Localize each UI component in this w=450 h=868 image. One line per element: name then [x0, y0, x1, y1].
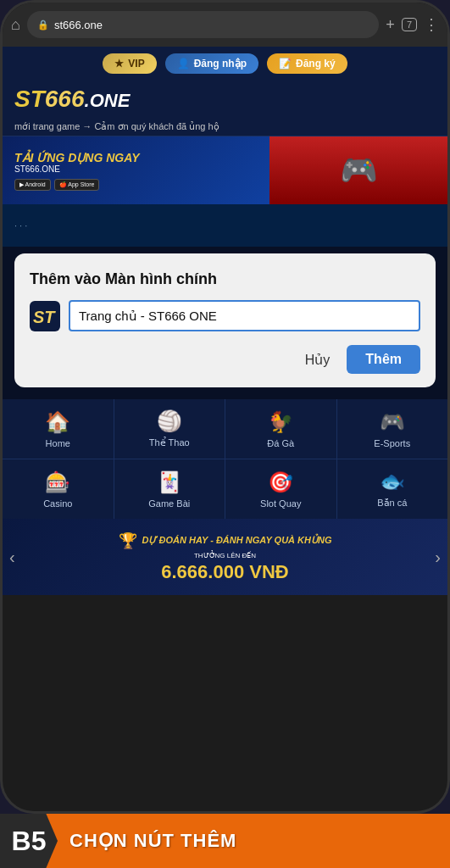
- menu-item-home[interactable]: 🏠 Home: [3, 399, 114, 459]
- step-number-box: B5: [0, 814, 58, 868]
- menu-item-casino[interactable]: 🎰 Casino: [3, 459, 114, 519]
- right-arrow-icon[interactable]: ›: [435, 548, 441, 567]
- esports-icon: 🎮: [380, 410, 405, 434]
- dimmed-text: · · ·: [14, 220, 27, 231]
- slot-quay-label: Slot Quay: [260, 498, 301, 509]
- promotion-banner: ‹ 🏆 DỰ ĐOÁN HAY - ĐÁNH NGAY QUÀ KHỦNG TH…: [3, 519, 447, 595]
- lock-icon: 🔒: [37, 19, 49, 31]
- login-label: Đăng nhập: [194, 58, 247, 70]
- step-bar: B5 CHỌN NÚT THÊM: [0, 814, 450, 868]
- menu-item-game-bai[interactable]: 🃏 Game Bài: [114, 459, 225, 519]
- step-number: B5: [12, 826, 47, 857]
- apple-icon: 🍎: [59, 181, 67, 187]
- menu-icon[interactable]: ⋮: [424, 15, 439, 34]
- banner-subtitle: ST666.ONE: [14, 164, 258, 174]
- home-menu-label: Home: [46, 438, 70, 448]
- banner-title: TẢI ỨNG DỤNG NGAY: [14, 151, 258, 164]
- ticker-text: mới trang game → Cảm ơn quý khách đã ủng…: [14, 121, 219, 131]
- menu-grid: 🏠 Home 🏐 Thể Thao 🐓 Đá Gà 🎮 E-Sports 🎰 C…: [3, 399, 447, 519]
- appstore-badge[interactable]: 🍎 App Store: [54, 179, 100, 191]
- dialog-overlay: Thêm vào Màn hình chính ST Hủy Thêm: [3, 247, 447, 399]
- plus-icon[interactable]: +: [386, 16, 395, 34]
- add-to-homescreen-dialog: Thêm vào Màn hình chính ST Hủy Thêm: [14, 253, 436, 387]
- vip-button[interactable]: ★ VIP: [103, 53, 156, 74]
- banner-content: 🏆 DỰ ĐOÁN HAY - ĐÁNH NGAY QUÀ KHỦNG THƯỞ…: [119, 531, 332, 583]
- the-thao-label: Thể Thao: [149, 437, 190, 448]
- add-button[interactable]: Thêm: [347, 345, 420, 374]
- browser-bar: ⌂ 🔒 st666.one + 7 ⋮: [3, 3, 447, 47]
- promo-subtitle: THƯỞNG LÊN ĐẾN: [119, 552, 332, 559]
- esports-label: E-Sports: [374, 438, 410, 448]
- game-graphic: 🎮: [340, 153, 378, 188]
- step-label: CHỌN NÚT THÊM: [58, 830, 236, 852]
- trophy-icon: 🏆: [119, 531, 137, 550]
- menu-item-da-ga[interactable]: 🐓 Đá Gà: [225, 399, 336, 459]
- top-nav: ★ VIP 👤 Đăng nhập 📝 Đăng ký: [3, 47, 447, 81]
- vip-label: VIP: [128, 58, 144, 70]
- register-button[interactable]: 📝 Đăng ký: [267, 53, 347, 74]
- da-ga-icon: 🐓: [268, 410, 293, 434]
- login-icon: 👤: [177, 58, 190, 70]
- promo-title: DỰ ĐOÁN HAY - ĐÁNH NGAY QUÀ KHỦNG: [142, 535, 332, 546]
- android-badge[interactable]: ▶ Android: [14, 179, 51, 191]
- app-download-banner: TẢI ỨNG DỤNG NGAY ST666.ONE ▶ Android 🍎 …: [3, 136, 447, 204]
- ban-ca-icon: 🐟: [380, 470, 405, 493]
- ban-ca-label: Bắn cá: [377, 498, 407, 509]
- vip-icon: ★: [114, 58, 124, 70]
- game-bai-label: Game Bài: [148, 498, 190, 509]
- login-button[interactable]: 👤 Đăng nhập: [165, 53, 258, 74]
- dialog-logo: ST: [30, 301, 60, 331]
- android-icon: ▶: [19, 181, 24, 187]
- menu-item-the-thao[interactable]: 🏐 Thể Thao: [114, 399, 225, 459]
- left-arrow-icon[interactable]: ‹: [9, 548, 15, 567]
- the-thao-icon: 🏐: [157, 409, 182, 433]
- da-ga-label: Đá Gà: [267, 438, 294, 448]
- tab-count[interactable]: 7: [402, 18, 417, 31]
- logo-area: ST666.ONE: [3, 81, 447, 118]
- home-icon[interactable]: ⌂: [11, 16, 20, 34]
- dialog-buttons: Hủy Thêm: [30, 345, 420, 374]
- website-content: ★ VIP 👤 Đăng nhập 📝 Đăng ký ST666.ONE mớ…: [3, 47, 447, 595]
- ticker-bar: mới trang game → Cảm ơn quý khách đã ủng…: [3, 118, 447, 136]
- site-logo: ST666.ONE: [14, 86, 130, 113]
- svg-text:ST: ST: [33, 308, 56, 326]
- menu-item-ban-ca[interactable]: 🐟 Bắn cá: [337, 459, 448, 519]
- menu-item-slot-quay[interactable]: 🎯 Slot Quay: [225, 459, 336, 519]
- casino-icon: 🎰: [45, 470, 70, 494]
- dialog-title: Thêm vào Màn hình chính: [30, 270, 420, 288]
- register-label: Đăng ký: [296, 58, 336, 70]
- game-bai-icon: 🃏: [157, 470, 182, 494]
- url-bar[interactable]: 🔒 st666.one: [27, 11, 379, 38]
- cancel-button[interactable]: Hủy: [305, 352, 331, 368]
- home-menu-icon: 🏠: [45, 410, 70, 434]
- register-icon: 📝: [279, 58, 292, 70]
- url-text: st666.one: [54, 19, 103, 31]
- homescreen-name-input[interactable]: [69, 300, 420, 331]
- browser-actions: + 7 ⋮: [386, 15, 439, 34]
- slot-quay-icon: 🎯: [268, 470, 293, 494]
- dialog-input-row: ST: [30, 300, 420, 331]
- phone-shell: ⌂ 🔒 st666.one + 7 ⋮ ★ VIP 👤 Đăng nhập 📝 …: [0, 0, 450, 814]
- casino-label: Casino: [43, 498, 72, 509]
- menu-item-esports[interactable]: 🎮 E-Sports: [337, 399, 448, 459]
- promo-amount: 6.666.000 VNĐ: [119, 561, 332, 583]
- dimmed-area: · · ·: [3, 204, 447, 247]
